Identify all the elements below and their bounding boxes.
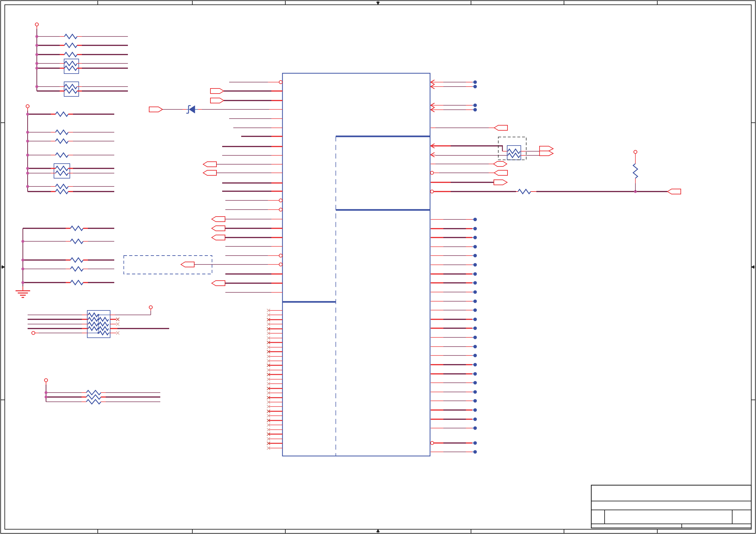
test-point-dot [473,263,477,267]
test-point-dot [473,418,477,421]
test-point-dot [473,345,477,348]
junction-dot [45,391,48,394]
resistor [56,189,68,194]
port-arrow [494,180,507,185]
test-point-dot [473,300,477,303]
test-point-dot [473,442,477,445]
test-point-dot [473,108,477,112]
port-arrow [203,162,216,167]
resistor [70,239,83,243]
test-point-dot [473,85,477,89]
resistor [56,184,68,189]
port-arrow [540,151,553,156]
terminal-circle [26,105,29,108]
resistor [56,139,68,143]
port-arrow [212,235,225,240]
terminal-circle [149,306,152,309]
resistor [86,390,101,395]
test-point-dot [473,309,477,312]
resistor [65,43,77,48]
test-point-dot [473,81,477,84]
resistor [70,280,83,285]
junction-dot [36,35,39,38]
test-point-dot [473,399,477,403]
test-point-dot [473,318,477,321]
test-point-dot [473,272,477,276]
junction-square [98,323,99,325]
junction-dot [26,131,29,134]
port-arrow [212,281,225,286]
resistor [65,52,77,57]
resistor [65,66,77,70]
resistor [99,318,109,321]
resistor [633,164,637,178]
resistor [56,130,68,135]
port-arrow [212,216,225,222]
sheet-border-outer [1,1,755,533]
junction-square [98,314,99,316]
resistor [86,399,101,404]
inverted-pin-bubble [279,199,283,202]
test-point-dot [473,408,477,412]
resistor [99,322,109,326]
terminal-circle [634,150,637,153]
terminal-circle [44,379,48,382]
border-center-arrow [2,266,5,268]
diode-body [189,106,195,113]
junction-dot [26,167,29,170]
resistor [70,267,83,271]
resistor [56,166,68,171]
border-center-arrow [376,2,380,5]
junction-dot [26,140,29,143]
resistor [70,258,83,262]
port-arrow [667,189,681,194]
port-arrow [149,107,163,112]
resistor [88,327,98,330]
resistor [65,34,77,39]
resistor [65,61,77,66]
resistor [56,153,68,157]
junction-dot [26,154,29,157]
port-arrow [210,89,224,93]
resistor [508,149,520,153]
test-point-dot [473,245,477,249]
test-point-dot [473,381,477,385]
inverted-pin-bubble [279,208,283,211]
junction-square [98,328,99,329]
junction-square [98,319,99,320]
junction-dot [26,185,29,188]
junction-dot [36,44,39,47]
port-arrow-bidir [494,162,507,166]
inverted-pin-bubble [279,263,283,266]
port-arrow [494,125,507,130]
resistor [56,112,68,116]
inverted-pin-bubble [279,81,283,84]
junction-dot [36,85,39,88]
schematic-page [0,0,756,534]
resistor [88,318,98,321]
test-point-dot [473,390,477,394]
port-arrow [203,170,216,175]
resistor [88,322,98,326]
test-point-dot [473,354,477,357]
resistor [65,84,77,89]
title-block [591,485,751,528]
junction-dot [36,62,39,65]
test-point-dot [473,327,477,330]
test-point-dot [473,426,477,430]
junction-dot [22,240,24,243]
test-point-dot [473,227,477,231]
port-arrow [210,98,224,103]
junction-dot [26,172,29,175]
resistor-pack-box [54,164,70,178]
terminal-circle [35,23,39,26]
test-point-dot [473,372,477,376]
port-arrow [212,226,225,231]
terminal-circle [32,331,35,335]
dashed-group-box [124,256,212,274]
resistor [99,331,109,335]
border-center-arrow [751,266,754,268]
test-point-dot [473,236,477,240]
port-arrow [181,262,194,267]
junction-square [98,332,99,334]
